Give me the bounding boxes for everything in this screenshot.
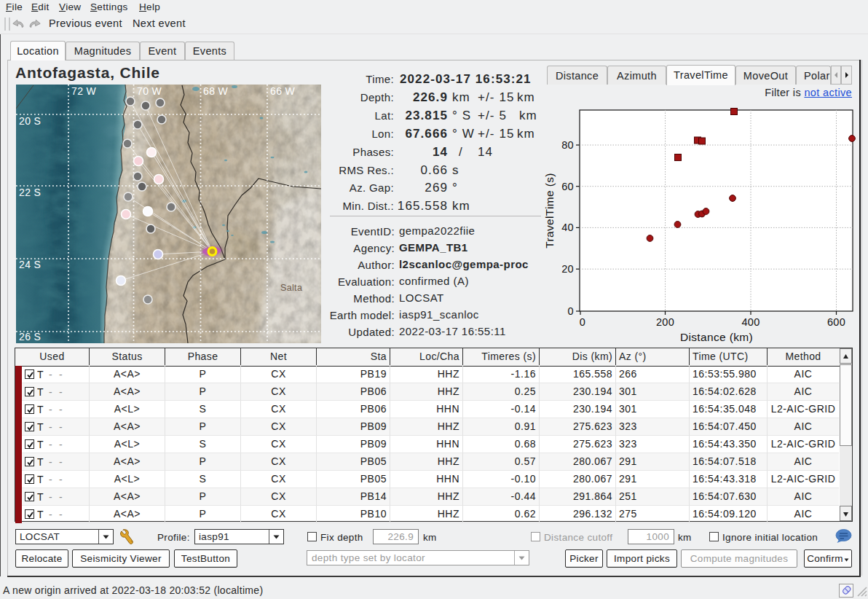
svg-text:Salta: Salta — [280, 283, 302, 293]
svg-text:60: 60 — [561, 181, 574, 192]
svg-text:72 W: 72 W — [71, 85, 97, 97]
svg-text:20 S: 20 S — [19, 115, 41, 127]
svg-text:0: 0 — [568, 305, 574, 317]
svg-text:600: 600 — [827, 316, 845, 328]
svg-text:66 W: 66 W — [270, 85, 296, 97]
svg-text:TravelTime (s): TravelTime (s) — [543, 173, 556, 248]
svg-text:0: 0 — [580, 316, 585, 328]
svg-text:26 S: 26 S — [19, 331, 41, 342]
svg-text:68 W: 68 W — [203, 85, 229, 97]
svg-text:24 S: 24 S — [19, 259, 41, 270]
svg-text:70 W: 70 W — [137, 85, 162, 97]
svg-text:200: 200 — [656, 316, 674, 328]
svg-text:Distance (km): Distance (km) — [680, 331, 753, 343]
svg-text:80: 80 — [561, 139, 574, 151]
svg-text:22 S: 22 S — [19, 187, 41, 198]
svg-text:20: 20 — [561, 263, 574, 275]
svg-text:40: 40 — [561, 222, 574, 233]
svg-text:400: 400 — [741, 316, 760, 328]
